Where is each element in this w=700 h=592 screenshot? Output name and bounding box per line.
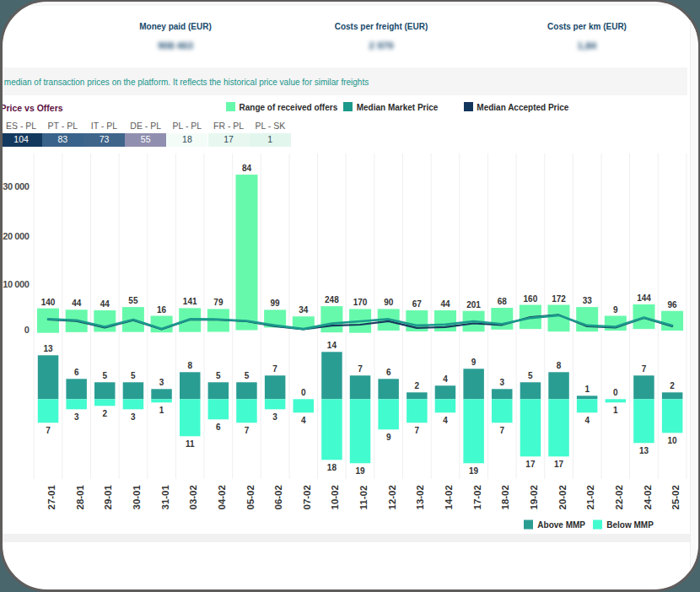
svg-text:07-02: 07-02 <box>302 485 312 509</box>
svg-text:13-02: 13-02 <box>415 485 425 509</box>
svg-text:7: 7 <box>642 364 647 374</box>
svg-text:17: 17 <box>525 460 536 469</box>
svg-text:8: 8 <box>187 361 192 370</box>
svg-text:140: 140 <box>41 298 56 307</box>
svg-text:201: 201 <box>466 300 481 309</box>
svg-text:144: 144 <box>637 293 651 303</box>
svg-text:3: 3 <box>74 412 79 422</box>
svg-text:13: 13 <box>43 344 53 353</box>
svg-text:16: 16 <box>157 305 167 315</box>
svg-text:248: 248 <box>325 295 339 304</box>
svg-text:84: 84 <box>242 164 252 173</box>
svg-text:8: 8 <box>557 361 562 370</box>
svg-text:0: 0 <box>301 388 306 397</box>
svg-text:19-02: 19-02 <box>529 485 539 509</box>
svg-text:03-02: 03-02 <box>188 485 198 509</box>
svg-text:5: 5 <box>245 371 250 380</box>
svg-text:30 000: 30 000 <box>3 181 30 191</box>
svg-text:05-02: 05-02 <box>245 485 256 509</box>
svg-text:5: 5 <box>131 371 136 380</box>
svg-text:21-02: 21-02 <box>585 485 595 509</box>
svg-text:27-01: 27-01 <box>46 484 57 509</box>
svg-text:7: 7 <box>415 426 420 435</box>
svg-text:9: 9 <box>386 433 391 442</box>
svg-text:4: 4 <box>443 416 448 425</box>
svg-text:170: 170 <box>353 298 368 307</box>
svg-text:22-02: 22-02 <box>614 485 624 509</box>
svg-text:10-02: 10-02 <box>330 485 340 509</box>
svg-text:5: 5 <box>103 371 108 380</box>
svg-text:44: 44 <box>100 299 110 309</box>
svg-text:90: 90 <box>384 298 394 307</box>
svg-text:7: 7 <box>272 364 277 374</box>
svg-text:25-02: 25-02 <box>670 485 681 509</box>
svg-text:67: 67 <box>412 299 423 309</box>
svg-text:2: 2 <box>670 381 675 390</box>
svg-text:9: 9 <box>471 358 477 367</box>
svg-text:14: 14 <box>327 341 337 350</box>
svg-text:12-02: 12-02 <box>387 485 397 509</box>
svg-text:6: 6 <box>74 368 79 377</box>
svg-text:4: 4 <box>443 374 448 384</box>
svg-text:11: 11 <box>186 439 195 449</box>
svg-text:5: 5 <box>528 371 533 380</box>
svg-text:2: 2 <box>415 381 420 390</box>
svg-text:17-02: 17-02 <box>472 485 482 509</box>
svg-text:Below MMP: Below MMP <box>606 520 654 530</box>
svg-text:1: 1 <box>159 406 164 415</box>
svg-text:141: 141 <box>183 297 197 306</box>
svg-text:18: 18 <box>327 463 337 472</box>
svg-text:24-02: 24-02 <box>643 485 653 509</box>
svg-text:31-01: 31-01 <box>160 484 170 509</box>
svg-text:2: 2 <box>103 409 108 418</box>
svg-text:9: 9 <box>613 305 618 315</box>
svg-text:11-02: 11-02 <box>358 486 369 510</box>
svg-text:04-02: 04-02 <box>217 485 227 509</box>
svg-text:1: 1 <box>613 406 618 415</box>
svg-text:1: 1 <box>584 385 590 394</box>
svg-text:20 000: 20 000 <box>3 231 30 241</box>
svg-text:33: 33 <box>583 296 593 305</box>
svg-text:6: 6 <box>386 368 391 377</box>
svg-text:44: 44 <box>72 299 82 308</box>
svg-text:7: 7 <box>46 426 51 435</box>
svg-text:7: 7 <box>358 364 363 374</box>
svg-text:4: 4 <box>301 416 306 425</box>
svg-text:0: 0 <box>24 325 30 335</box>
svg-text:10 000: 10 000 <box>3 279 30 289</box>
svg-text:79: 79 <box>213 298 223 307</box>
svg-text:Above MMP: Above MMP <box>537 520 585 530</box>
svg-text:96: 96 <box>668 300 678 309</box>
svg-text:5: 5 <box>216 371 221 380</box>
svg-text:3: 3 <box>159 378 164 387</box>
svg-text:160: 160 <box>524 294 538 304</box>
svg-text:14-02: 14-02 <box>444 485 454 509</box>
svg-text:0: 0 <box>613 388 618 397</box>
svg-text:4: 4 <box>584 416 590 425</box>
svg-text:7: 7 <box>245 426 250 435</box>
svg-text:3: 3 <box>500 378 505 387</box>
svg-text:10: 10 <box>668 436 678 445</box>
svg-text:6: 6 <box>216 422 221 432</box>
svg-text:3: 3 <box>131 412 136 422</box>
svg-text:34: 34 <box>299 305 309 315</box>
svg-text:44: 44 <box>440 299 450 309</box>
svg-text:17: 17 <box>554 460 564 469</box>
svg-text:68: 68 <box>498 297 508 306</box>
svg-text:06-02: 06-02 <box>273 485 283 509</box>
svg-text:28-01: 28-01 <box>75 484 85 509</box>
svg-text:99: 99 <box>271 299 281 308</box>
svg-text:19: 19 <box>469 466 479 476</box>
svg-text:29-01: 29-01 <box>103 484 113 509</box>
svg-text:18-02: 18-02 <box>500 485 510 509</box>
svg-text:13: 13 <box>639 446 649 455</box>
svg-text:19: 19 <box>356 466 366 476</box>
svg-text:7: 7 <box>500 426 505 435</box>
svg-text:55: 55 <box>128 296 138 305</box>
svg-text:30-01: 30-01 <box>132 484 142 509</box>
svg-text:3: 3 <box>272 412 277 422</box>
svg-text:20-02: 20-02 <box>557 485 568 509</box>
svg-text:172: 172 <box>552 294 566 304</box>
